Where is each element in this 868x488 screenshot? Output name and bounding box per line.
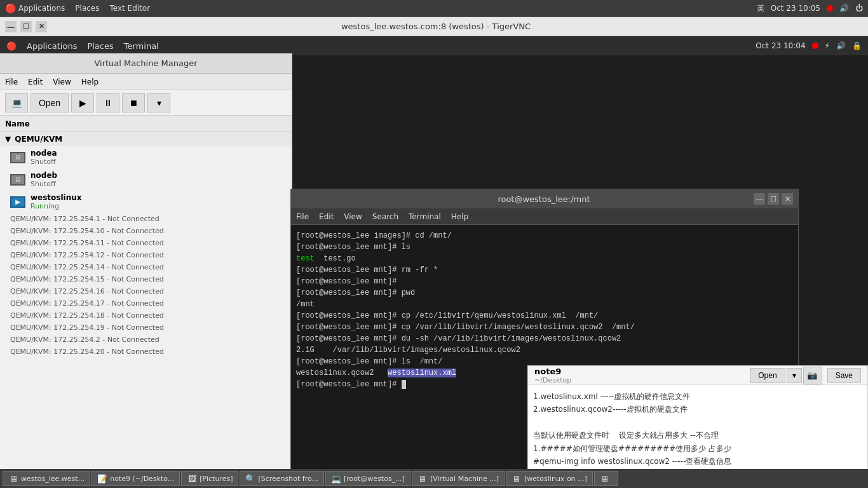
virtual-machine-manager: Virtual Machine Manager File Edit View H…: [0, 53, 292, 488]
terminal-minimize-btn[interactable]: —: [754, 193, 765, 205]
terminal-titlebar: root@westos_lee:/mnt — ☐ ✕: [291, 189, 798, 208]
term-line-10: [root@westos_lee mnt]# du -sh /var/lib/l…: [296, 333, 793, 344]
note9-open-group: Open ▾ 📷: [750, 367, 822, 384]
connection-item[interactable]: QEMU/KVM: 172.25.254.20 - Not Connected: [0, 346, 292, 358]
note9-extra-btn[interactable]: 📷: [803, 367, 822, 384]
note9-line-3: [533, 416, 862, 429]
taskbar-item-wetoslinux[interactable]: 🖥 [wetoslinux on ...]: [506, 471, 593, 486]
note9-line-5: 1.#####如何管理硬盘#########使用多少 占多少: [533, 442, 862, 455]
taskbar-label-note9: note9 (~/Deskto...: [110, 475, 174, 483]
vm-item-nodeb[interactable]: 🖥 nodeb Shutoff: [0, 168, 292, 191]
taskbar-item-pictures[interactable]: 🖼 [Pictures]: [181, 471, 238, 486]
vm-screen-icon: 🖥: [15, 176, 21, 183]
taskbar-label-wetoslinux: [wetoslinux on ...]: [524, 475, 587, 483]
host-sound-icon[interactable]: 🔊: [839, 4, 849, 13]
vmm-run-btn[interactable]: ▶: [71, 93, 94, 112]
host-places-label[interactable]: Places: [75, 4, 99, 13]
vmm-menu-file[interactable]: File: [5, 78, 18, 86]
terminal-menu-view[interactable]: View: [344, 212, 362, 221]
bottom-taskbar: 🖥 westos_lee.west... 📝 note9 (~/Deskto..…: [0, 469, 868, 488]
vnc-close-btn[interactable]: ✕: [36, 21, 47, 32]
guest-fedora-icon: 🔴: [6, 41, 17, 51]
host-apps-menu[interactable]: 🔴 Applications: [5, 3, 65, 13]
terminal-menu-help[interactable]: Help: [451, 212, 468, 221]
vmm-menu-help[interactable]: Help: [81, 78, 98, 86]
vnc-minimize-btn[interactable]: —: [5, 21, 17, 32]
connection-item[interactable]: QEMU/KVM: 172.25.254.19 - Not Connected: [0, 322, 292, 334]
guest-sound-icon[interactable]: 🔊: [836, 41, 846, 50]
terminal-menu-search[interactable]: Search: [372, 212, 398, 221]
terminal-close-btn[interactable]: ✕: [782, 193, 793, 205]
terminal-menu-terminal[interactable]: Terminal: [409, 212, 441, 221]
vmm-group-qemu[interactable]: ▼ QEMU/KVM: [0, 132, 292, 146]
guest-datetime: Oct 23 10:04: [756, 41, 805, 50]
note9-open-btn[interactable]: Open: [750, 368, 785, 383]
vnc-win-controls: — ☐ ✕: [5, 21, 47, 32]
vmm-create-btn[interactable]: 💻: [5, 93, 28, 112]
vnc-guest-right: Oct 23 10:04 ⚡ 🔊 🔒: [756, 41, 862, 50]
host-texteditor-label[interactable]: Text Editor: [109, 4, 150, 13]
taskbar-item-terminal[interactable]: 💻 [root@westos_...]: [325, 471, 410, 486]
term-line-1: [root@westos_lee images]# cd /mnt/: [296, 230, 793, 241]
vm-icon-westoslinux: ▶: [10, 196, 25, 208]
connection-item[interactable]: QEMU/KVM: 172.25.254.17 - Not Connected: [0, 297, 292, 309]
vmm-menu-edit[interactable]: Edit: [28, 78, 43, 86]
host-applications-label[interactable]: Applications: [18, 4, 65, 13]
host-datetime: Oct 23 10:05: [771, 4, 820, 13]
note9-header: note9 ~/Desktop Open ▾ 📷 Save: [528, 366, 867, 385]
taskbar-icon-screenshot: 🔍: [245, 473, 255, 484]
terminal-menu-file[interactable]: File: [296, 212, 309, 221]
taskbar-item-note9[interactable]: 📝 note9 (~/Deskto...: [92, 471, 180, 486]
guest-places-label[interactable]: Places: [87, 41, 113, 51]
terminal-win-controls: — ☐ ✕: [754, 193, 793, 205]
connection-item[interactable]: QEMU/KVM: 172.25.254.2 - Not Connected: [0, 334, 292, 346]
taskbar-item-extra[interactable]: 🖥: [594, 471, 618, 486]
vnc-maximize-btn[interactable]: ☐: [20, 21, 32, 32]
vmm-pause-btn[interactable]: ⏸: [97, 93, 119, 112]
connection-item[interactable]: QEMU/KVM: 172.25.254.18 - Not Connected: [0, 309, 292, 322]
taskbar-item-vnc[interactable]: 🖥 westos_lee.west...: [3, 471, 90, 486]
vm-item-westoslinux[interactable]: ▶ westoslinux Running: [0, 191, 292, 213]
vm-status-nodea: Shutoff: [31, 158, 57, 166]
connection-item[interactable]: QEMU/KVM: 172.25.254.15 - Not Connected: [0, 273, 292, 285]
connection-item[interactable]: QEMU/KVM: 172.25.254.12 - Not Connected: [0, 249, 292, 261]
vmm-open-btn[interactable]: Open: [31, 93, 69, 112]
term-line-5: [root@westos_lee mnt]#: [296, 276, 793, 287]
note9-open-dropdown-btn[interactable]: ▾: [787, 368, 802, 383]
note9-line-1: 1.wetoslinux.xml -----虚拟机的硬件信息文件: [533, 390, 862, 403]
host-power-icon[interactable]: ⏻: [855, 4, 863, 13]
vm-name-nodea: nodea: [31, 149, 57, 158]
vmm-content: ▼ QEMU/KVM 🖥 nodea Shutoff 🖥 nodeb: [0, 132, 292, 488]
vmm-title: Virtual Machine Manager: [94, 58, 197, 68]
vmm-menu-view[interactable]: View: [53, 78, 71, 86]
taskbar-item-vmm[interactable]: 🖥 [Virtual Machine ...]: [412, 471, 505, 486]
connection-item[interactable]: QEMU/KVM: 172.25.254.1 - Not Connected: [0, 213, 292, 225]
note9-line-4: 当默认使用硬盘文件时 设定多大就占用多大 --不合理: [533, 429, 862, 442]
guest-applications-label[interactable]: Applications: [27, 41, 77, 51]
terminal-menu-edit[interactable]: Edit: [319, 212, 334, 221]
vmm-extra-btn[interactable]: ▾: [147, 93, 170, 112]
vm-name-nodeb: nodeb: [31, 171, 57, 180]
taskbar-label-vnc: westos_lee.west...: [21, 475, 85, 483]
guest-terminal-label[interactable]: Terminal: [124, 41, 159, 51]
terminal-maximize-btn[interactable]: ☐: [768, 193, 779, 205]
vmm-column-header: Name: [0, 116, 292, 132]
connection-item[interactable]: QEMU/KVM: 172.25.254.14 - Not Connected: [0, 261, 292, 273]
connection-item[interactable]: QEMU/KVM: 172.25.254.11 - Not Connected: [0, 237, 292, 249]
term-line-8: [root@westos_lee mnt]# cp /etc/libvirt/q…: [296, 310, 793, 322]
vm-item-nodea[interactable]: 🖥 nodea Shutoff: [0, 146, 292, 168]
term-line-7: /mnt: [296, 299, 793, 310]
note9-save-btn[interactable]: Save: [827, 368, 861, 383]
taskbar-item-screenshot[interactable]: 🔍 [Screenshot fro...: [240, 471, 324, 486]
connection-item[interactable]: QEMU/KVM: 172.25.254.10 - Not Connected: [0, 225, 292, 237]
connection-item[interactable]: QEMU/KVM: 172.25.254.16 - Not Connected: [0, 285, 292, 297]
guest-lock-icon[interactable]: 🔒: [852, 41, 862, 50]
taskbar-label-terminal: [root@westos_...]: [344, 475, 405, 483]
term-line-2: [root@westos_lee mnt]# ls: [296, 241, 793, 253]
connection-list: QEMU/KVM: 172.25.254.1 - Not ConnectedQE…: [0, 213, 292, 358]
guest-wifi-icon[interactable]: ⚡: [825, 41, 830, 50]
vmm-stop-btn[interactable]: ⏹: [122, 93, 145, 112]
vnc-guest-bar: 🔴 Applications Places Terminal Oct 23 10…: [0, 36, 868, 55]
vm-name-westoslinux: westoslinux: [31, 193, 82, 202]
guest-status-dot: [812, 43, 818, 49]
